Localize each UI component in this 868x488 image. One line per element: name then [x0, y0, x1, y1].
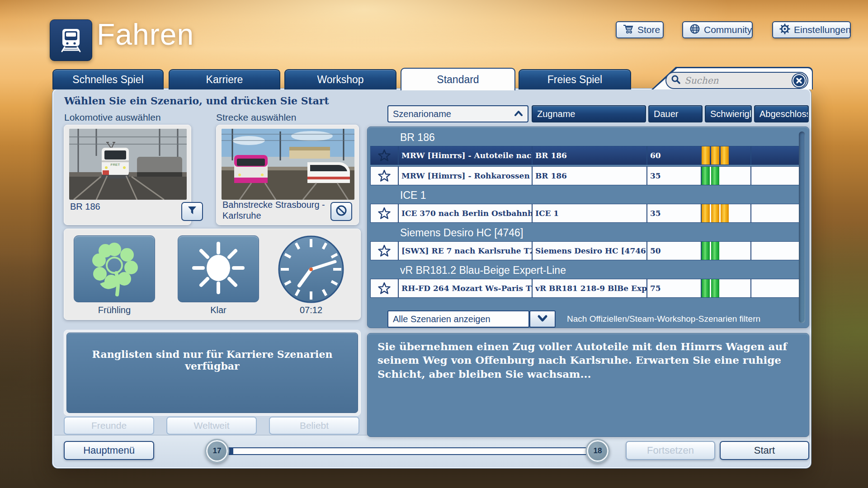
train-icon [57, 25, 85, 55]
route-card[interactable]: Bahnstrecke Strasbourg - Karlsruhe [216, 125, 359, 225]
scrollbar[interactable] [799, 131, 805, 323]
sort-duration[interactable]: Dauer [648, 105, 703, 122]
filter-icon [187, 205, 198, 218]
favorite-star-icon[interactable] [371, 167, 398, 185]
sun-icon [191, 241, 245, 297]
scenario-row[interactable]: MRW [Himrrs] - Rohkarossen nach KehlBR 1… [370, 166, 800, 185]
favorite-star-icon[interactable] [371, 146, 398, 164]
group-header: Siemens Desiro HC [4746] [370, 224, 800, 241]
difficulty-cell [701, 167, 750, 185]
weather-label: Klar [178, 305, 259, 315]
tab-schnelles-spiel[interactable]: Schnelles Spiel [52, 69, 164, 89]
gear-icon [779, 23, 790, 37]
scenario-name: MRW [Himrrs] - Autoteile nach Karlsruhe [398, 146, 532, 164]
completed-cell [750, 242, 799, 260]
slider-track[interactable] [227, 447, 601, 455]
chevron-down-icon [537, 314, 548, 324]
main-menu-button[interactable]: Hauptmenü [64, 441, 154, 460]
sort-train-name[interactable]: Zugname [532, 105, 646, 122]
duration-value: 35 [646, 204, 701, 222]
group-header: ICE 1 [370, 187, 800, 204]
worldwide-button[interactable]: Weltweit [166, 417, 257, 435]
route-clear-button[interactable] [330, 202, 352, 221]
settings-button[interactable]: Einstellungen [772, 21, 851, 38]
search-placeholder: Suchen [684, 75, 793, 86]
difficulty-cell [701, 242, 750, 260]
time-label: 07:12 [277, 305, 345, 315]
tab-standard[interactable]: Standard [401, 68, 515, 90]
tab-freies-spiel[interactable]: Freies Spiel [519, 69, 631, 89]
time-dial[interactable] [277, 235, 345, 305]
season-label: Frühling [74, 305, 155, 315]
scenario-name: [SWX] RE 7 nach Karlsruhe T2 [398, 242, 532, 260]
sort-scenario-name[interactable]: Szenarioname [387, 105, 528, 122]
scenario-name: ICE 370 nach Berlin Ostbahnhof (Teil 2) … [398, 204, 532, 222]
store-button[interactable]: Store [616, 21, 664, 38]
train-name: vR BR181 218-9 BlBe Expert-Line [532, 279, 646, 297]
scenario-list: BR 186MRW [Himrrs] - Autoteile nach Karl… [370, 129, 800, 299]
difficulty-bar [711, 242, 719, 260]
friends-button[interactable]: Freunde [64, 417, 154, 435]
difficulty-cell [701, 146, 750, 164]
community-button[interactable]: Community [682, 21, 753, 38]
difficulty-bar [711, 146, 719, 164]
loco-filter-button[interactable] [181, 202, 203, 221]
route-name: Bahnstrecke Strasbourg - Karlsruhe [222, 199, 326, 221]
scenario-description: Sie übernehmen einen Zug voller Autoteil… [367, 333, 809, 437]
train-name: BR 186 [532, 167, 646, 185]
completed-cell [750, 167, 799, 185]
leaderboard-panel: Ranglisten sind nur für Karriere Szenari… [66, 333, 358, 413]
sort-completed[interactable]: Abgeschlossen [754, 105, 809, 122]
popular-button[interactable]: Beliebt [269, 417, 359, 435]
ban-icon [335, 205, 347, 218]
svg-text:FRET: FRET [111, 163, 120, 167]
scenario-filter-dropdown[interactable]: Alle Szenarien anzeigen [387, 310, 529, 328]
difficulty-bar [711, 167, 719, 185]
difficulty-bar [711, 279, 719, 297]
loco-photo: FRET [69, 129, 187, 200]
duration-value: 35 [646, 167, 701, 185]
scenario-row[interactable]: [SWX] RE 7 nach Karlsruhe T2Siemens Desi… [370, 241, 800, 260]
clear-search-button[interactable] [793, 74, 806, 87]
start-button[interactable]: Start [720, 441, 809, 460]
tab-workshop[interactable]: Workshop [284, 69, 396, 89]
difficulty-bar [702, 279, 710, 297]
completed-cell [750, 146, 799, 164]
difficulty-cell [701, 279, 750, 297]
group-header: BR 186 [370, 129, 800, 146]
favorite-star-icon[interactable] [371, 279, 398, 297]
loco-name: BR 186 [70, 201, 100, 212]
slider-knob-left[interactable]: 17 [205, 439, 229, 463]
duration-value: 75 [646, 279, 701, 297]
favorite-star-icon[interactable] [371, 204, 398, 222]
sort-difficulty[interactable]: Schwierigkeit [705, 105, 752, 122]
difficulty-cell [701, 204, 750, 222]
dropdown-open-button[interactable] [529, 310, 556, 328]
search-input[interactable]: Suchen [665, 72, 808, 89]
conditions-card: Frühling Klar 07:12 [64, 229, 361, 320]
resume-button[interactable]: Fortsetzen [626, 441, 715, 460]
scenario-name: MRW [Himrrs] - Rohkarossen nach Kehl [398, 167, 532, 185]
settings-label: Einstellungen [794, 24, 851, 35]
tab-karriere[interactable]: Karriere [169, 69, 280, 89]
weather-tile[interactable] [178, 235, 259, 302]
route-photo [222, 129, 354, 200]
slider-knob-right[interactable]: 18 [585, 439, 610, 463]
page-title: Fahren [97, 17, 194, 52]
loco-card[interactable]: FRET BR 186 [64, 125, 191, 225]
search-icon [671, 75, 681, 86]
scenario-row[interactable]: MRW [Himrrs] - Autoteile nach KarlsruheB… [370, 146, 800, 165]
scenario-row[interactable]: ICE 370 nach Berlin Ostbahnhof (Teil 2) … [370, 204, 800, 223]
scenario-row[interactable]: RH-FD 264 Mozart Ws-Paris T7 RK-Sg FPJ1v… [370, 279, 800, 298]
season-tile[interactable] [74, 235, 155, 302]
duration-value: 60 [646, 146, 701, 164]
difficulty-bar [711, 204, 719, 222]
favorite-star-icon[interactable] [371, 242, 398, 260]
app-logo [50, 19, 92, 61]
difficulty-bar [702, 242, 710, 260]
page-heading: Wählen Sie ein Szenario, und drücken Sie… [64, 95, 329, 107]
filter-note: Nach Offiziellen/Steam-Workshop-Szenarie… [567, 310, 760, 328]
leaderboard-note: Ranglisten sind nur für Karriere Szenari… [67, 348, 358, 372]
duration-value: 50 [646, 242, 701, 260]
clock-icon [277, 297, 345, 305]
